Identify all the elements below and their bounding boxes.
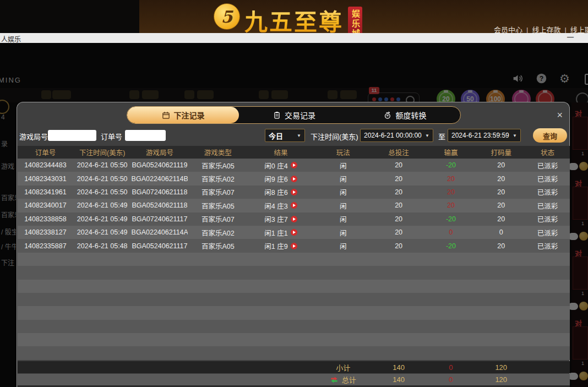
col-turnover: 打码量	[477, 147, 525, 157]
tab-label: 下注记录	[174, 110, 205, 121]
replay-icon[interactable]	[291, 176, 297, 182]
minimize-button[interactable]: —	[567, 33, 574, 41]
win-cell: 20	[425, 188, 477, 196]
time-cell: 2024-6-21 05:50	[73, 175, 132, 183]
win-cell: 20	[425, 201, 477, 209]
replay-icon[interactable]	[291, 162, 297, 168]
exchange-icon	[384, 111, 392, 119]
date-to-input[interactable]: 2024-6-21 23:59:59 ▼	[448, 129, 521, 142]
header-links: 会员中心|线上存款|线上取款	[494, 24, 588, 33]
empty-row	[18, 253, 570, 266]
order-cell: 14082344483	[18, 161, 73, 169]
col-time: 下注时间(美东)	[73, 147, 132, 157]
total-bet: 140	[373, 375, 425, 384]
result-text: 闲1 庄1	[264, 227, 287, 238]
type-cell: 百家乐A02	[188, 173, 248, 184]
tab-transaction-records[interactable]: 交易记录	[239, 107, 350, 123]
logo-5-icon: 5	[214, 3, 240, 30]
empty-row	[18, 280, 570, 293]
result-cell: 闲8 庄6	[248, 187, 314, 197]
order-input[interactable]	[125, 130, 166, 141]
calendar-icon	[162, 111, 170, 119]
chevron-down-icon: ▼	[513, 133, 517, 138]
replay-icon[interactable]	[291, 243, 297, 249]
header-link[interactable]: 线上取款	[570, 26, 588, 33]
time-cell: 2024-6-21 05:49	[73, 228, 132, 236]
replay-icon[interactable]	[291, 202, 297, 209]
bet-cell: 20	[373, 161, 425, 169]
subtotal-win: 0	[425, 363, 477, 372]
result-cell: 闲4 庄3	[248, 200, 314, 211]
round-cell: BGA05240621119	[132, 161, 188, 169]
header-link[interactable]: 会员中心	[494, 26, 522, 33]
total-turnover: 120	[477, 375, 525, 384]
col-result: 结果	[248, 147, 314, 157]
replay-icon[interactable]	[291, 189, 297, 195]
play-cell: 闲	[314, 200, 373, 211]
result-cell: 闲3 庄7	[248, 214, 314, 224]
turnover-cell: 20	[477, 242, 525, 250]
logo-badge: 娱乐城	[348, 7, 362, 33]
subtotal-bet: 140	[373, 363, 425, 372]
type-cell: 百家乐A07	[188, 214, 248, 224]
result-text: 闲3 庄7	[264, 214, 287, 224]
type-cell: 百家乐A05	[188, 160, 248, 171]
type-cell: 百家乐A02	[188, 227, 248, 238]
logo-text: 九五至尊	[244, 3, 344, 33]
round-cell: BGA0224062114B	[132, 175, 188, 183]
game-round-input[interactable]	[48, 130, 96, 141]
replay-icon[interactable]	[291, 216, 297, 222]
date-to-value: 2024-6-21 23:59:59	[451, 132, 509, 139]
tab-bet-records[interactable]: 下注记录	[127, 107, 239, 123]
round-cell: BGA05240621117	[132, 242, 188, 250]
play-cell: 闲	[314, 187, 373, 197]
chevron-down-icon: ▼	[425, 133, 429, 138]
game-round-label: 游戏局号	[19, 131, 48, 141]
subtotal-turnover: 120	[477, 363, 525, 372]
clipboard-icon	[273, 111, 281, 119]
type-cell: 百家乐A05	[188, 200, 248, 211]
play-cell: 闲	[314, 214, 373, 224]
to-label: 至	[438, 131, 445, 141]
col-play: 玩法	[314, 147, 373, 157]
status-cell: 已派彩	[525, 200, 570, 211]
site-header: 5 九五至尊 娱乐城 会员中心|线上存款|线上取款	[0, 0, 588, 33]
status-cell: 已派彩	[525, 241, 570, 251]
win-cell: 0	[425, 228, 477, 236]
type-cell: 百家乐A05	[188, 241, 248, 251]
tab-label: 额度转换	[396, 110, 427, 121]
modal-tab-bar: 下注记录 交易记录	[127, 106, 461, 124]
bet-cell: 20	[373, 175, 425, 183]
win-cell: -20	[425, 215, 477, 223]
close-icon[interactable]: ×	[557, 110, 563, 120]
play-cell: 闲	[314, 241, 373, 251]
empty-row	[18, 266, 570, 279]
subtotal-row: 小计 140 0 120	[18, 361, 570, 373]
empty-row	[18, 346, 570, 359]
screen: 5 九五至尊 娱乐城 会员中心|线上存款|线上取款 人娱乐 — MING ?	[0, 0, 588, 387]
result-cell: 闲9 庄6	[248, 173, 314, 184]
date-from-input[interactable]: 2024-6-21 00:00:00 ▼	[360, 129, 433, 142]
order-cell: 14082338127	[18, 228, 73, 236]
range-value: 今日	[269, 130, 283, 141]
time-cell: 2024-6-21 05:50	[73, 188, 132, 196]
table-row: 140823358872024-6-21 05:48BGA05240621117…	[18, 239, 570, 252]
win-cell: -20	[425, 242, 477, 250]
turnover-cell: 0	[477, 228, 525, 236]
header-link[interactable]: 线上存款	[532, 26, 560, 33]
status-cell: 已派彩	[525, 187, 570, 197]
search-button[interactable]: 查询	[533, 128, 567, 143]
refresh-icon[interactable]	[330, 376, 338, 384]
subtotal-label: 小计	[314, 362, 373, 373]
empty-row	[18, 333, 570, 346]
result-text: 闲8 庄6	[264, 187, 287, 197]
time-cell: 2024-6-21 05:48	[73, 242, 132, 250]
play-cell: 闲	[314, 173, 373, 184]
replay-icon[interactable]	[291, 229, 297, 236]
status-cell: 已派彩	[525, 160, 570, 171]
date-range-select[interactable]: 今日 ▼	[265, 129, 305, 142]
link-separator: |	[526, 26, 528, 33]
window-title: 人娱乐	[1, 34, 21, 43]
total-win: 0	[425, 375, 477, 384]
tab-credit-transfer[interactable]: 额度转换	[350, 107, 460, 123]
